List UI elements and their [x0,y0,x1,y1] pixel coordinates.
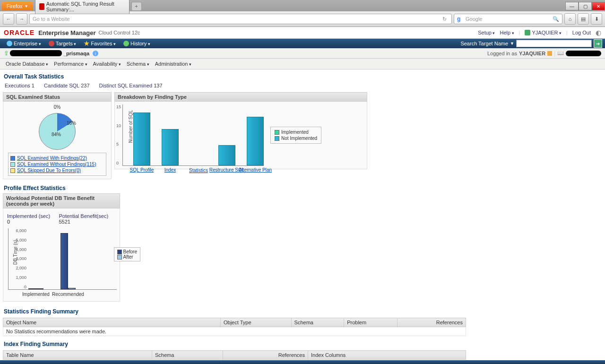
bar-legend: Implemented Not Implemented [270,127,321,144]
group-implemented: Implemented [28,288,43,289]
new-tab-button[interactable]: + [131,2,142,10]
bar-alternative[interactable]: Alternative Plan [247,117,264,165]
logged-in-user: YJAQUIER [519,51,545,56]
window-controls: — ▢ ✕ [565,2,605,10]
workload-bar-chart: DB Time (s) 6,0005,0004,0003,0002,0001,0… [8,228,117,290]
setup-menu[interactable]: Setup [478,30,495,35]
bar-panel-header: Breakdown by Finding Type [114,92,367,102]
help-menu[interactable]: Help [500,30,514,35]
pie-legend: SQL Examined With Findings(22) SQL Exami… [8,153,106,176]
reload-icon[interactable]: ↻ [441,16,449,22]
url-placeholder: Go to a Website [33,16,70,22]
stats-finding-title: Statistics Finding Summary [3,306,602,317]
workload-legend: Before After [114,247,140,261]
logout-link[interactable]: Log Out [572,30,591,35]
favorites-icon [84,41,89,46]
administration-menu[interactable]: Administration [153,60,193,68]
target-up-icon: ⇧ [4,50,9,57]
home-button[interactable]: ⌂ [564,13,576,25]
user-icon [525,30,530,35]
downloads-button[interactable]: ⬇ [591,13,602,25]
tab-strip: Firefox Automatic SQL Tuning Result Summ… [0,0,605,11]
search-target-label: Search Target Name [460,41,508,46]
pie-graphic [39,113,76,150]
target-name-redacted [10,50,62,56]
enterprise-menu[interactable]: Enterprise [3,40,45,47]
target-bar: ⇧ _prismaqa i Logged in as YJAQUIER | 📖 [0,48,605,59]
schema-menu[interactable]: Schema [125,60,151,68]
overall-task-title: Overall Task Statistics [3,71,602,82]
minimize-button[interactable]: — [565,2,579,10]
search-target-input[interactable] [516,40,592,47]
target-name: _prismaqa [62,51,91,56]
product-subtitle: Cloud Control 12c [99,30,140,35]
oracle-database-menu[interactable]: Oracle Database [4,60,50,68]
stats-empty-row: No Statistics recommendations were made. [3,327,466,336]
workload-panel: Workload Potential DB Time Benefit (seco… [3,193,120,302]
search-target-go[interactable]: ➔ [594,39,602,48]
browser-chrome: Firefox Automatic SQL Tuning Result Summ… [0,0,605,27]
bar-sql-profile[interactable]: SQL Profile [133,113,150,165]
nav-bar: ← → Go to a Website ↻ g Google 🔍 ⌂ ▤ ⬇ [0,11,605,26]
firefox-menu-button[interactable]: Firefox [2,2,33,10]
history-icon [123,41,129,46]
database-sub-menu: Oracle Database Performance Availability… [0,59,605,69]
availability-menu[interactable]: Availability [91,60,123,68]
content-area: Overall Task Statistics Executions1 Cand… [0,69,605,364]
bar-restructure[interactable]: Restructure SQL [218,145,235,165]
url-bar[interactable]: Go to a Website ↻ [29,14,452,24]
target-info-icon[interactable]: i [93,51,98,56]
findings-bar-chart: Number of SQL 151050 SQL Profile Index S… [122,104,264,166]
tab-favicon-icon [39,3,44,10]
main-menu-bar: Enterprise Targets Favorites History Sea… [0,39,605,48]
profile-effect-title: Profile Effect Statistics [3,183,602,193]
close-button[interactable]: ✕ [592,2,605,10]
search-icon[interactable]: 🔍 [553,16,559,22]
pie-panel-header: SQL Examined Status [3,92,112,102]
oracle-logo: ORACLE [4,29,35,36]
workload-header: Workload Potential DB Time Benefit (seco… [3,193,120,208]
breakdown-panel: Breakdown by Finding Type Number of SQL … [114,92,367,179]
pie-legend-no-findings[interactable]: SQL Examined Without Findings(115) [17,162,96,167]
targets-menu[interactable]: Targets [45,40,80,47]
bookmarks-button[interactable]: ▤ [578,13,589,25]
product-title: Enterprise Manager [38,29,95,36]
maximize-button[interactable]: ▢ [579,2,592,10]
forward-button[interactable]: → [16,13,27,25]
tab-title: Automatic SQL Tuning Result Summary:... [46,1,125,12]
accessibility-icon[interactable]: ◐ [596,29,601,36]
search-placeholder: Google [466,16,482,22]
connection-redacted [566,51,601,56]
browser-search-box[interactable]: g Google 🔍 [454,14,562,24]
oracle-header: ORACLE Enterprise Manager Cloud Control … [0,27,605,39]
browser-tab[interactable]: Automatic SQL Tuning Result Summary:... [35,0,130,14]
index-finding-title: Index Finding Summary [3,339,602,349]
bottom-status-bar [0,360,605,364]
lock-icon [547,51,552,56]
back-button[interactable]: ← [3,13,14,25]
sql-examined-status-panel: SQL Examined Status 0% 16% 84% SQL Exami… [3,92,112,179]
stats-finding-table: Object Name Object Type Schema Problem R… [3,318,466,336]
performance-menu[interactable]: Performance [52,60,89,68]
group-recommended: Recommended [60,233,76,289]
google-icon: g [457,16,464,22]
pie-legend-skipped[interactable]: SQL Skipped Due To Errors(0) [17,168,81,173]
pie-chart: 0% 16% 84% [6,104,108,150]
enterprise-icon [7,41,12,46]
pie-legend-findings[interactable]: SQL Examined With Findings(22) [17,156,87,161]
user-menu[interactable]: YJAQUIER [532,30,562,35]
favorites-menu[interactable]: Favorites [80,40,120,47]
targets-icon [49,41,54,46]
overall-stats: Executions1 Candidate SQL237 Distinct SQ… [3,82,602,92]
logged-in-label: Logged in as [487,51,517,56]
bar-index[interactable]: Index [162,129,179,165]
history-menu[interactable]: History [120,40,154,47]
